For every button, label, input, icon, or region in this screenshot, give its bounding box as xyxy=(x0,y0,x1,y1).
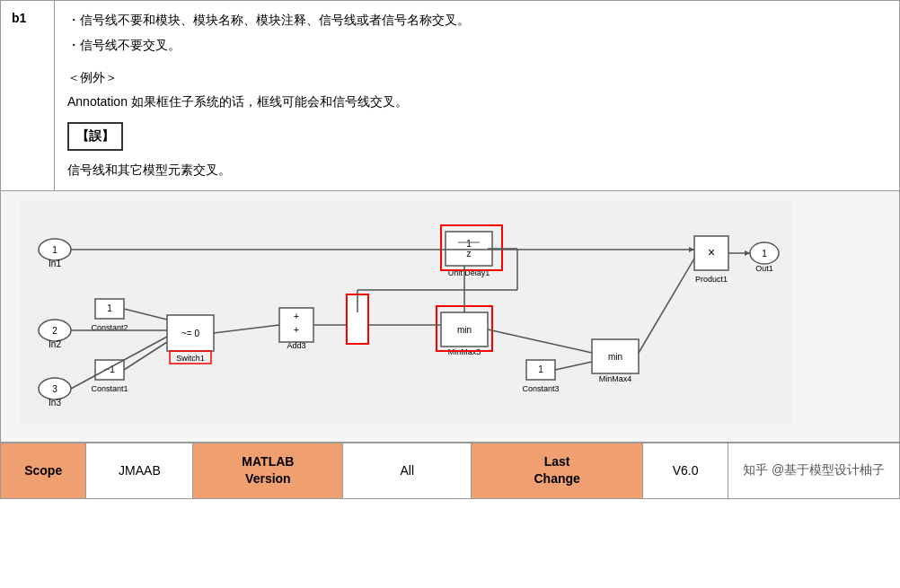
row-id: b1 xyxy=(1,1,55,191)
svg-text:min: min xyxy=(457,325,472,335)
svg-text:Constant1: Constant1 xyxy=(91,384,128,393)
svg-text:Add3: Add3 xyxy=(287,341,305,350)
svg-text:In1: In1 xyxy=(49,259,61,268)
diagram-section: 1 In1 2 In2 3 In3 1 Constant2 −1 Constan… xyxy=(0,191,900,443)
matlab-value: All xyxy=(401,463,415,478)
svg-text:MinMax4: MinMax4 xyxy=(599,374,632,383)
matlab-label: MATLABVersion xyxy=(242,454,294,487)
svg-text:+: + xyxy=(294,324,299,335)
svg-text:In2: In2 xyxy=(49,339,61,349)
footer-all-cell: All xyxy=(343,443,472,498)
footer-watermark-cell: 知乎 @基于模型设计柚子 xyxy=(728,443,900,498)
svg-text:Switch1: Switch1 xyxy=(176,354,205,363)
footer-scope-cell: Scope xyxy=(1,443,86,498)
svg-text:~= 0: ~= 0 xyxy=(181,329,199,338)
footer-jmaab-cell: JMAAB xyxy=(86,443,193,498)
scope-label: Scope xyxy=(24,463,62,478)
rule-line-1: ・信号线不要和模块、模块名称、模块注释、信号线或者信号名称交叉。 xyxy=(67,10,887,31)
footer-matlab-cell: MATLABVersion xyxy=(193,443,343,498)
svg-text:Constant3: Constant3 xyxy=(522,384,559,393)
scope-value: JMAAB xyxy=(119,463,161,478)
simulink-diagram: 1 In1 2 In2 3 In3 1 Constant2 −1 Constan… xyxy=(19,200,791,425)
row-content: ・信号线不要和模块、模块名称、模块注释、信号线或者信号名称交叉。 ・信号线不要交… xyxy=(55,1,900,191)
svg-text:In3: In3 xyxy=(49,398,61,408)
svg-text:×: × xyxy=(708,245,715,259)
exception-text: Annotation 如果框住子系统的话，框线可能会和信号线交叉。 xyxy=(67,92,887,113)
svg-text:2: 2 xyxy=(52,326,57,336)
svg-text:1: 1 xyxy=(466,239,472,249)
footer-version-cell: V6.0 xyxy=(642,443,728,498)
footer-lastchange-cell: LastChange xyxy=(472,443,643,498)
exception-header: ＜例外＞ xyxy=(67,67,887,89)
svg-text:1: 1 xyxy=(52,245,57,255)
last-change-label: LastChange xyxy=(534,454,579,487)
watermark-text: 知乎 @基于模型设计柚子 xyxy=(743,462,885,477)
svg-text:3: 3 xyxy=(52,384,57,394)
svg-text:+: + xyxy=(294,311,299,321)
error-label: 【誤】 xyxy=(67,122,123,151)
rule-line-2: ・信号线不要交叉。 xyxy=(67,35,887,57)
svg-text:Out1: Out1 xyxy=(755,264,773,273)
svg-text:min: min xyxy=(608,352,622,362)
svg-text:1: 1 xyxy=(538,364,543,374)
svg-rect-0 xyxy=(19,200,791,425)
version-value: V6.0 xyxy=(673,463,699,478)
svg-text:1: 1 xyxy=(107,303,112,313)
svg-text:1: 1 xyxy=(762,249,767,259)
content-table: b1 ・信号线不要和模块、模块名称、模块注释、信号线或者信号名称交叉。 ・信号线… xyxy=(0,0,900,191)
footer-table: Scope JMAAB MATLABVersion All LastChange… xyxy=(0,443,900,499)
error-text: 信号线和其它模型元素交叉。 xyxy=(67,160,887,181)
svg-text:Product1: Product1 xyxy=(695,275,728,284)
